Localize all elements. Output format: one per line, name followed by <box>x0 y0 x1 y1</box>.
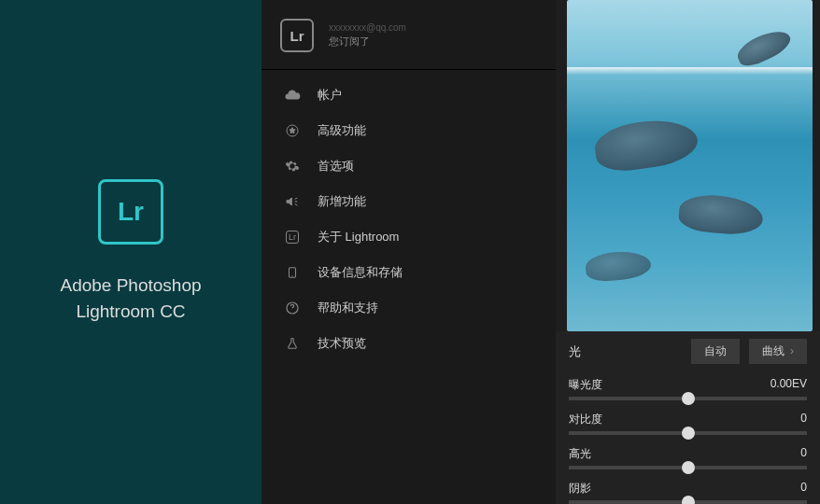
menu-label: 关于 Lightroom <box>318 229 399 245</box>
slider-track-shadows[interactable] <box>569 500 807 504</box>
menu-item-help[interactable]: 帮助和支持 <box>262 290 556 326</box>
menu-label: 高级功能 <box>318 122 366 139</box>
slider-thumb[interactable] <box>682 496 695 504</box>
menu-item-device[interactable]: 设备信息和存储 <box>262 255 556 290</box>
menu-label: 设备信息和存储 <box>318 264 403 281</box>
slider-value: 0 <box>800 412 807 427</box>
brand-logo-text: Lr <box>118 197 144 227</box>
menu-list: 帐户 高级功能 首选项 新增功能 Lr 关于 Lightroom 设备信息和存储… <box>262 70 556 369</box>
cloud-icon <box>284 87 301 104</box>
megaphone-icon <box>284 193 301 210</box>
curves-button[interactable]: 曲线› <box>749 339 807 364</box>
menu-item-techpreview[interactable]: 技术预览 <box>262 326 556 361</box>
account-block: xxxxxxxx@qq.com 您订阅了 <box>329 22 406 49</box>
slider-highlights: 高光 0 <box>556 441 820 475</box>
lr-icon: Lr <box>284 229 301 245</box>
subscription-status: 您订阅了 <box>329 35 406 49</box>
slider-value: 0.00EV <box>771 377 807 393</box>
edit-panel: 光 自动 曲线› 曝光度 0.00EV 对比度 0 高光 0 <box>556 0 820 504</box>
slider-shadows: 阴影 0 <box>556 475 820 504</box>
section-head-light: 光 自动 曲线› <box>556 331 820 371</box>
menu-item-whatsnew[interactable]: 新增功能 <box>262 184 556 219</box>
slider-thumb[interactable] <box>682 427 695 440</box>
slider-value: 0 <box>800 481 807 497</box>
adjust-section: 光 自动 曲线› 曝光度 0.00EV 对比度 0 高光 0 <box>556 331 820 504</box>
brand-logo: Lr <box>98 179 163 245</box>
brand-panel: Lr Adobe Photoshop Lightroom CC <box>0 0 262 504</box>
flask-icon <box>284 335 301 352</box>
slider-track-exposure[interactable] <box>569 397 807 400</box>
menu-logo-icon: Lr <box>280 19 314 52</box>
slider-exposure: 曝光度 0.00EV <box>556 371 820 406</box>
gear-icon <box>284 158 301 175</box>
slider-value: 0 <box>800 446 807 462</box>
device-icon <box>284 264 301 281</box>
menu-label: 帮助和支持 <box>318 300 378 316</box>
menu-item-account[interactable]: 帐户 <box>262 77 556 113</box>
slider-thumb[interactable] <box>682 392 695 405</box>
menu-header: Lr xxxxxxxx@qq.com 您订阅了 <box>262 0 556 70</box>
menu-label: 技术预览 <box>318 335 366 352</box>
slider-thumb[interactable] <box>682 461 695 474</box>
chevron-right-icon: › <box>790 344 794 357</box>
slider-track-highlights[interactable] <box>569 466 807 469</box>
account-email: xxxxxxxx@qq.com <box>329 22 406 33</box>
menu-item-premium[interactable]: 高级功能 <box>262 113 556 148</box>
slider-label: 曝光度 <box>569 377 602 393</box>
slider-track-contrast[interactable] <box>569 431 807 435</box>
menu-panel: Lr xxxxxxxx@qq.com 您订阅了 帐户 高级功能 首选项 新增功能… <box>262 0 556 504</box>
menu-item-about[interactable]: Lr 关于 Lightroom <box>262 219 556 255</box>
star-icon <box>284 122 301 139</box>
help-icon <box>284 300 301 316</box>
menu-label: 帐户 <box>318 87 342 104</box>
slider-contrast: 对比度 0 <box>556 406 820 441</box>
slider-label: 高光 <box>569 446 591 462</box>
slider-label: 对比度 <box>569 412 602 427</box>
menu-label: 新增功能 <box>318 193 366 210</box>
section-title: 光 <box>569 343 682 360</box>
slider-label: 阴影 <box>569 481 591 497</box>
image-preview[interactable] <box>567 0 813 331</box>
brand-title: Adobe Photoshop Lightroom CC <box>60 273 201 326</box>
menu-label: 首选项 <box>318 158 354 175</box>
menu-item-preferences[interactable]: 首选项 <box>262 148 556 184</box>
auto-button[interactable]: 自动 <box>691 339 740 364</box>
